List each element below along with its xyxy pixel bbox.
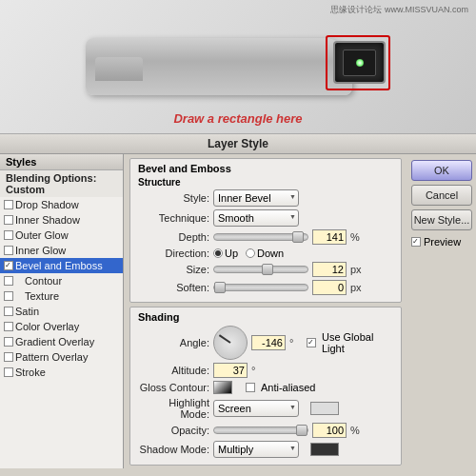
opacity-label: Opacity:: [138, 425, 209, 436]
red-rectangle-highlight: [326, 35, 390, 90]
sidebar-label-bevel-emboss: Bevel and Emboss: [15, 260, 103, 271]
opacity-slider[interactable]: [213, 426, 308, 434]
right-panel: Bevel and Emboss Structure Style: Inner …: [124, 154, 407, 468]
depth-slider-thumb[interactable]: [292, 231, 304, 243]
shadow-mode-select-wrapper: Multiply: [213, 441, 299, 458]
checkbox-outer-glow[interactable]: [4, 230, 13, 240]
radio-up[interactable]: [213, 248, 223, 258]
style-select[interactable]: Inner Bevel: [213, 189, 299, 207]
gloss-swatch[interactable]: [213, 381, 232, 394]
top-banner: 思缘设计论坛 www.MISSVUAN.com Draw a rectangle…: [0, 0, 476, 133]
new-style-button[interactable]: New Style...: [411, 209, 472, 230]
checkbox-bevel-emboss[interactable]: [4, 261, 13, 270]
direction-row: Direction: Up Down: [138, 248, 393, 259]
device-image: [86, 24, 390, 109]
sidebar-item-contour[interactable]: Contour: [0, 273, 123, 288]
opacity-input[interactable]: [312, 423, 347, 438]
bevel-emboss-section: Bevel and Emboss Structure Style: Inner …: [129, 158, 402, 303]
direction-up-label: Up: [225, 248, 238, 259]
soften-row: Soften: px: [138, 280, 393, 295]
depth-slider[interactable]: [213, 233, 308, 241]
angle-row: Angle: ° Use Global Light: [138, 326, 393, 360]
depth-label: Depth:: [138, 231, 209, 243]
direction-down-label: Down: [257, 248, 284, 259]
draw-text: Draw a rectangle here: [173, 111, 302, 126]
checkbox-gradient-overlay[interactable]: [4, 337, 13, 347]
soften-slider-thumb[interactable]: [214, 282, 226, 293]
soften-unit: px: [350, 282, 362, 293]
sidebar-label-inner-shadow: Inner Shadow: [15, 214, 80, 226]
sidebar-item-inner-glow[interactable]: Inner Glow: [0, 243, 123, 258]
soften-input[interactable]: [312, 280, 347, 295]
checkbox-satin[interactable]: [4, 307, 13, 316]
checkbox-inner-glow[interactable]: [4, 246, 13, 255]
style-select-wrapper: Inner Bevel: [213, 189, 299, 207]
opacity-row: Opacity: %: [138, 423, 393, 438]
checkbox-texture[interactable]: [4, 291, 13, 301]
checkbox-pattern-overlay[interactable]: [4, 352, 13, 362]
sidebar-item-gradient-overlay[interactable]: Gradient Overlay: [0, 334, 123, 349]
direction-options: Up Down: [213, 248, 284, 259]
sidebar-item-inner-shadow[interactable]: Inner Shadow: [0, 212, 123, 228]
bevel-emboss-title: Bevel and Emboss: [138, 163, 393, 174]
style-row: Style: Inner Bevel: [138, 189, 393, 207]
checkbox-global-light[interactable]: [307, 338, 316, 347]
checkbox-contour[interactable]: [4, 276, 13, 286]
sidebar-label-drop-shadow: Drop Shadow: [15, 199, 79, 210]
ok-button[interactable]: OK: [411, 160, 472, 181]
checkbox-color-overlay[interactable]: [4, 322, 13, 331]
sidebar-label-blending: Blending Options: Custom: [6, 172, 96, 195]
checkbox-stroke[interactable]: [4, 367, 13, 377]
size-row: Size: px: [138, 262, 393, 277]
size-slider[interactable]: [213, 266, 308, 273]
sidebar-item-satin[interactable]: Satin: [0, 304, 123, 319]
depth-row: Depth: %: [138, 229, 393, 245]
soften-label: Soften:: [138, 282, 209, 293]
angle-line: [219, 334, 231, 343]
checkbox-anti-aliased[interactable]: [246, 383, 255, 392]
depth-input[interactable]: [312, 229, 347, 245]
shadow-mode-label: Shadow Mode:: [138, 444, 209, 455]
highlight-color-swatch[interactable]: [310, 402, 339, 415]
styles-list: Blending Options: Custom Drop Shadow Inn…: [0, 170, 123, 380]
checkbox-inner-shadow[interactable]: [4, 215, 13, 225]
checkbox-drop-shadow[interactable]: [4, 200, 13, 209]
radio-down[interactable]: [246, 248, 255, 258]
sidebar-item-color-overlay[interactable]: Color Overlay: [0, 319, 123, 334]
altitude-label: Altitude:: [138, 365, 209, 376]
sidebar-item-drop-shadow[interactable]: Drop Shadow: [0, 197, 123, 212]
soften-slider[interactable]: [213, 284, 308, 291]
sidebar-item-stroke[interactable]: Stroke: [0, 365, 123, 380]
shadow-mode-select[interactable]: Multiply: [213, 441, 299, 458]
gloss-row: Gloss Contour: Anti-aliased: [138, 381, 393, 394]
altitude-input[interactable]: [213, 363, 248, 378]
device-left-tab: [95, 57, 143, 81]
technique-label: Technique:: [138, 212, 209, 224]
size-slider-thumb[interactable]: [262, 264, 273, 275]
direction-up-option[interactable]: Up: [213, 248, 238, 259]
highlight-mode-select[interactable]: Screen: [213, 400, 299, 417]
highlight-mode-select-wrapper: Screen: [213, 400, 299, 417]
shadow-color-swatch[interactable]: [310, 443, 339, 456]
sidebar-item-outer-glow[interactable]: Outer Glow: [0, 228, 123, 243]
sidebar-label-outer-glow: Outer Glow: [15, 229, 69, 241]
direction-label: Direction:: [138, 248, 209, 259]
sidebar-label-texture: Texture: [25, 290, 59, 302]
angle-label: Angle:: [138, 337, 209, 348]
size-input[interactable]: [312, 262, 347, 277]
preview-row: Preview: [411, 236, 472, 248]
sidebar-item-texture[interactable]: Texture: [0, 288, 123, 304]
preview-checkbox[interactable]: [411, 237, 421, 247]
sidebar-item-blending[interactable]: Blending Options: Custom: [0, 170, 123, 197]
direction-down-option[interactable]: Down: [246, 248, 284, 259]
style-label: Style:: [138, 192, 209, 204]
cancel-button[interactable]: Cancel: [411, 185, 472, 206]
sidebar-item-pattern-overlay[interactable]: Pattern Overlay: [0, 349, 123, 365]
sidebar-label-contour: Contour: [25, 275, 62, 287]
layer-style-dialog: Layer Style Styles Blending Options: Cus…: [0, 133, 476, 468]
opacity-slider-thumb[interactable]: [296, 425, 307, 436]
sidebar-item-bevel-emboss[interactable]: Bevel and Emboss: [0, 258, 123, 273]
angle-circle[interactable]: [213, 326, 248, 360]
angle-input[interactable]: [251, 335, 286, 350]
technique-select[interactable]: Smooth: [213, 209, 299, 227]
